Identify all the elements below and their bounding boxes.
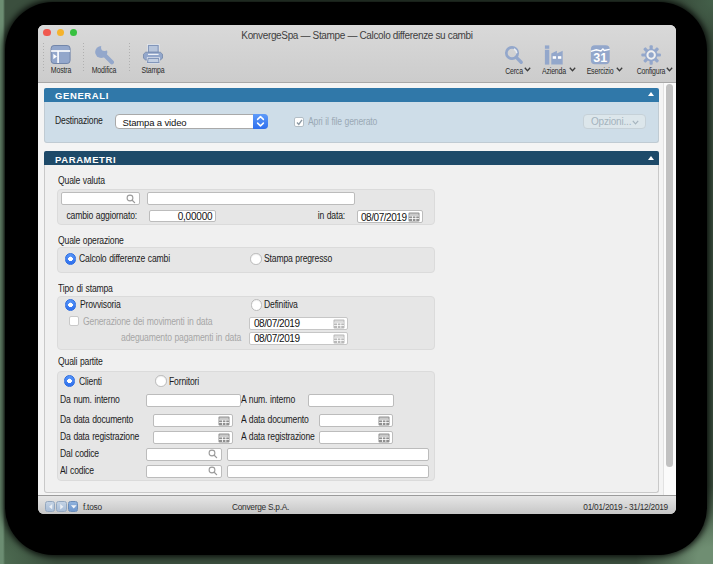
- svg-text:31: 31: [593, 50, 607, 64]
